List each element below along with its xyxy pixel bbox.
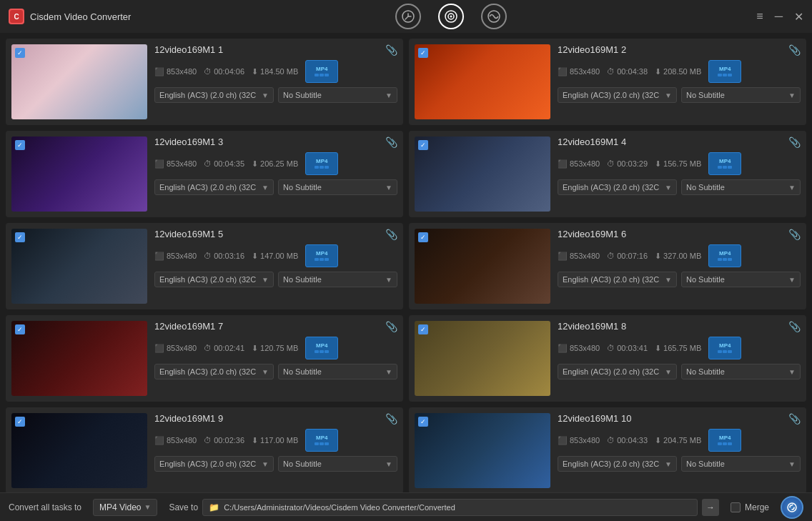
download-icon-1: ⬇ [252, 67, 258, 76]
subtitle-dropdown-5[interactable]: No Subtitle ▼ [278, 272, 397, 287]
mp4-badge-10: MP4 [708, 429, 741, 452]
video-thumbnail-6: ✓ [415, 229, 550, 304]
clip-icon-1[interactable]: 📎 [385, 44, 397, 56]
clip-icon-7[interactable]: 📎 [385, 321, 397, 332]
download-mode-icon[interactable] [438, 4, 464, 29]
video-title-3: 12video169M1 3 [154, 137, 223, 147]
video-meta-6: ⬛ 853x480 ⏱ 00:07:16 ⬇ 327.00 MB MP4 [558, 244, 801, 267]
subtitle-dropdown-8[interactable]: No Subtitle ▼ [681, 364, 801, 379]
audio-dropdown-8[interactable]: English (AC3) (2.0 ch) (32C ▼ [558, 364, 677, 379]
subtitle-dropdown-7[interactable]: No Subtitle ▼ [278, 364, 397, 379]
clip-icon-9[interactable]: 📎 [385, 413, 397, 425]
video-info-5: 12video169M1 5 📎 ⬛ 853x480 ⏱ 00:03:16 ⬇ … [154, 229, 397, 287]
resolution-6: ⬛ 853x480 [558, 252, 600, 261]
audio-dropdown-1[interactable]: English (AC3) (2.0 ch) (32C ▼ [154, 87, 274, 103]
download-icon-4: ⬇ [655, 159, 661, 169]
video-thumbnail-7: ✓ [11, 321, 147, 396]
clip-icon-10[interactable]: 📎 [788, 413, 801, 425]
video-checkbox-9[interactable]: ✓ [15, 417, 25, 427]
filesize-10: ⬇ 204.75 MB [655, 436, 701, 445]
audio-dropdown-3[interactable]: English (AC3) (2.0 ch) (32C ▼ [154, 179, 274, 195]
clock-icon-5: ⏱ [204, 252, 212, 260]
clock-icon-4: ⏱ [607, 159, 615, 168]
video-title-5: 12video169M1 5 [154, 229, 223, 239]
video-checkbox-3[interactable]: ✓ [15, 140, 25, 150]
save-path-text: C:/Users/Administrator/Videos/Cisdem Vid… [224, 503, 455, 512]
duration-2: ⏱ 00:04:38 [607, 67, 648, 76]
subtitle-dropdown-3[interactable]: No Subtitle ▼ [278, 179, 397, 195]
menu-icon[interactable]: ≡ [756, 10, 763, 23]
subtitle-dropdown-6[interactable]: No Subtitle ▼ [681, 272, 801, 287]
video-checkbox-6[interactable]: ✓ [418, 232, 428, 242]
audio-dropdown-4[interactable]: English (AC3) (2.0 ch) (32C ▼ [558, 179, 677, 195]
subtitle-dropdown-arrow-8: ▼ [788, 368, 796, 376]
format-dropdown-arrow: ▼ [144, 503, 152, 511]
subtitle-dropdown-1[interactable]: No Subtitle ▼ [278, 87, 397, 103]
audio-dropdown-9[interactable]: English (AC3) (2.0 ch) (32C ▼ [154, 456, 274, 472]
convert-mode-icon[interactable] [395, 4, 421, 29]
video-meta-3: ⬛ 853x480 ⏱ 00:04:35 ⬇ 206.25 MB MP4 [154, 152, 397, 175]
video-thumbnail-3: ✓ [11, 137, 147, 212]
download-icon-3: ⬇ [252, 159, 258, 169]
video-header-10: 12video169M1 10 📎 [558, 413, 801, 425]
format-dropdown[interactable]: MP4 Video ▼ [93, 499, 157, 516]
video-title-9: 12video169M1 9 [154, 413, 223, 424]
video-checkbox-10[interactable]: ✓ [418, 417, 428, 427]
audio-dropdown-10[interactable]: English (AC3) (2.0 ch) (32C ▼ [558, 456, 677, 472]
video-checkbox-8[interactable]: ✓ [418, 324, 428, 334]
audio-dropdown-5[interactable]: English (AC3) (2.0 ch) (32C ▼ [154, 272, 274, 287]
subtitle-dropdown-2[interactable]: No Subtitle ▼ [681, 87, 801, 103]
clock-icon-7: ⏱ [204, 344, 212, 352]
resolution-10: ⬛ 853x480 [558, 436, 600, 445]
video-checkbox-5[interactable]: ✓ [15, 232, 25, 242]
subtitle-dropdown-10[interactable]: No Subtitle ▼ [681, 456, 801, 472]
video-thumbnail-10: ✓ [415, 413, 550, 488]
browse-button[interactable]: → [702, 499, 719, 516]
download-icon-7: ⬇ [252, 344, 258, 353]
subtitle-dropdown-arrow-3: ▼ [385, 184, 392, 192]
duration-9: ⏱ 00:02:36 [204, 436, 244, 445]
window-controls: ≡ ─ ✕ [756, 10, 803, 24]
mp4-badge-6: MP4 [708, 244, 741, 267]
convert-button[interactable] [781, 496, 803, 519]
video-controls-4: English (AC3) (2.0 ch) (32C ▼ No Subtitl… [558, 179, 801, 195]
video-info-7: 12video169M1 7 📎 ⬛ 853x480 ⏱ 00:02:41 ⬇ … [154, 321, 397, 379]
audio-dropdown-2[interactable]: English (AC3) (2.0 ch) (32C ▼ [558, 87, 677, 103]
resolution-8: ⬛ 853x480 [558, 344, 600, 353]
video-header-6: 12video169M1 6 📎 [558, 229, 801, 240]
clip-icon-4[interactable]: 📎 [788, 137, 801, 148]
audio-dropdown-7[interactable]: English (AC3) (2.0 ch) (32C ▼ [154, 364, 274, 379]
download-icon-9: ⬇ [252, 436, 258, 445]
media-mode-icon[interactable] [481, 4, 507, 29]
subtitle-dropdown-9[interactable]: No Subtitle ▼ [278, 456, 397, 472]
clip-icon-5[interactable]: 📎 [385, 229, 397, 240]
clip-icon-3[interactable]: 📎 [385, 137, 397, 148]
resolution-icon-2: ⬛ [558, 67, 568, 76]
subtitle-dropdown-4[interactable]: No Subtitle ▼ [681, 179, 801, 195]
audio-dropdown-6[interactable]: English (AC3) (2.0 ch) (32C ▼ [558, 272, 677, 287]
video-header-5: 12video169M1 5 📎 [154, 229, 397, 240]
video-checkbox-2[interactable]: ✓ [418, 48, 428, 58]
audio-dropdown-arrow-4: ▼ [665, 184, 672, 192]
video-checkbox-7[interactable]: ✓ [15, 324, 25, 334]
duration-4: ⏱ 00:03:29 [607, 159, 648, 168]
video-thumbnail-4: ✓ [415, 137, 550, 212]
video-card-2: ✓ 12video169M1 2 📎 ⬛ 853x480 ⏱ 00:04:38 … [409, 39, 806, 125]
filesize-4: ⬇ 156.75 MB [655, 159, 701, 169]
minimize-button[interactable]: ─ [775, 10, 783, 23]
duration-1: ⏱ 00:04:06 [204, 67, 244, 76]
save-path[interactable]: 📁 C:/Users/Administrator/Videos/Cisdem V… [202, 499, 698, 516]
clip-icon-2[interactable]: 📎 [788, 44, 801, 56]
video-header-9: 12video169M1 9 📎 [154, 413, 397, 425]
clip-icon-8[interactable]: 📎 [788, 321, 801, 332]
video-checkbox-1[interactable]: ✓ [15, 48, 25, 58]
clip-icon-6[interactable]: 📎 [788, 229, 801, 240]
merge-checkbox[interactable] [731, 502, 741, 512]
video-card-9: ✓ 12video169M1 9 📎 ⬛ 853x480 ⏱ 00:02:36 … [6, 407, 403, 492]
video-checkbox-4[interactable]: ✓ [418, 140, 428, 150]
close-button[interactable]: ✕ [794, 10, 803, 24]
duration-5: ⏱ 00:03:16 [204, 252, 244, 260]
video-header-2: 12video169M1 2 📎 [558, 44, 801, 56]
video-card-8: ✓ 12video169M1 8 📎 ⬛ 853x480 ⏱ 00:03:41 … [409, 315, 806, 402]
video-info-6: 12video169M1 6 📎 ⬛ 853x480 ⏱ 00:07:16 ⬇ … [558, 229, 801, 287]
